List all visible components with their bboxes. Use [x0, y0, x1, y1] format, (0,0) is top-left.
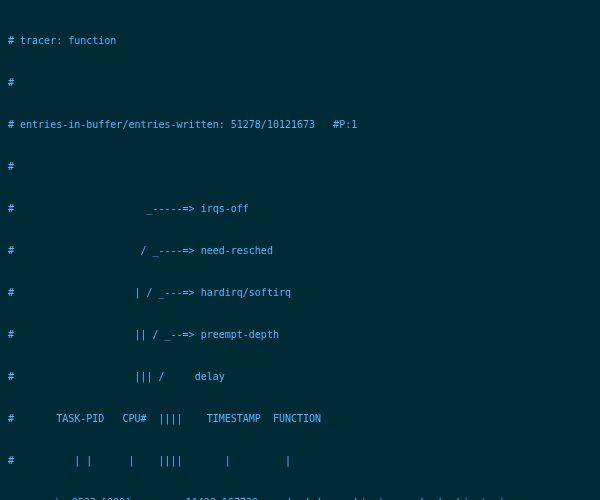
header-delay: # ||| / delay — [8, 370, 592, 384]
function-call: __check_heap_object <-__check_object_siz… — [264, 496, 517, 500]
header-blank: # — [8, 160, 592, 174]
header-hardirq: # | / _---=> hardirq/softirq — [8, 286, 592, 300]
task-pid: vim-9533 — [16, 496, 96, 500]
header-blank: # — [8, 76, 592, 90]
header-entries: # entries-in-buffer/entries-written: 512… — [8, 118, 592, 132]
header-resched: # / _----=> need-resched — [8, 244, 592, 258]
header-preempt: # || / _--=> preempt-depth — [8, 328, 592, 342]
trace-row: vim-9533[000]....11498.167739:__check_he… — [8, 496, 592, 500]
header-irqs: # _-----=> irqs-off — [8, 202, 592, 216]
cpu-number: [000] — [96, 496, 136, 500]
header-tracer: # tracer: function — [8, 34, 592, 48]
latency-flags: .... — [136, 496, 170, 500]
timestamp: 11498.167739: — [170, 496, 264, 500]
trace-body: vim-9533[000]....11498.167739:__check_he… — [8, 496, 592, 500]
ftrace-output: # tracer: function # # entries-in-buffer… — [0, 0, 600, 500]
header-bars: # | | | |||| | | — [8, 454, 592, 468]
header-columns: # TASK-PID CPU# |||| TIMESTAMP FUNCTION — [8, 412, 592, 426]
row-hash — [8, 496, 16, 500]
